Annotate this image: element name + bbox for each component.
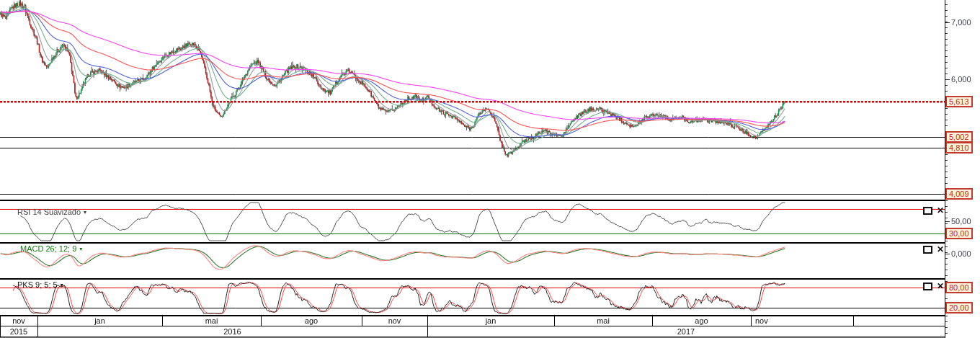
restore-icon[interactable] [923, 246, 932, 254]
dropdown-icon[interactable]: ▾ [61, 283, 63, 288]
year-cell: 2016 [37, 326, 427, 336]
rsi-title-label: RSI 14 Suavizado [17, 208, 81, 216]
chart-canvas[interactable] [0, 0, 980, 338]
restore-icon[interactable] [923, 283, 932, 290]
macd-window-controls: ✕ [923, 246, 944, 254]
price-tick-label: 6,000 [951, 75, 971, 84]
rsi-window-controls: ✕ [923, 207, 944, 215]
pks-title-label: PKS 9; 5; 5 [17, 281, 58, 289]
restore-icon[interactable] [923, 207, 932, 215]
price-marker-label[interactable]: 5,613 [945, 96, 973, 107]
month-cell: mai [162, 316, 261, 325]
dropdown-icon[interactable]: ▾ [79, 246, 82, 252]
rsi-indicator-title[interactable]: RSI 14 Suavizado ▾ [17, 208, 86, 216]
price-tick-label: 0,000 [951, 249, 971, 258]
pks-indicator-title[interactable]: PKS 9; 5; 5 ▾ [17, 281, 63, 289]
month-cell: nov [751, 316, 853, 325]
price-tick-label: 7,000 [951, 18, 971, 27]
month-cell: nov [362, 316, 427, 325]
price-marker-label[interactable]: 30,00 [945, 228, 973, 239]
month-cell: jan [427, 316, 554, 325]
price-tick-label: 50,00 [951, 217, 971, 226]
pks-window-controls: ✕ [923, 283, 944, 290]
price-marker-label[interactable]: 5,002 [945, 131, 973, 143]
close-icon[interactable]: ✕ [937, 207, 944, 215]
month-cell [853, 316, 945, 325]
price-marker-label[interactable]: 20,00 [945, 302, 973, 313]
price-marker-label[interactable]: 4,009 [945, 188, 973, 200]
year-cell: 2015 [0, 326, 37, 336]
dropdown-icon[interactable]: ▾ [84, 210, 86, 215]
month-cell: jan [37, 316, 162, 325]
macd-title-label: MACD 26; 12; 9 [20, 245, 76, 253]
macd-indicator-title[interactable]: MACD 26; 12; 9 ▾ [20, 245, 82, 253]
year-cell: 2017 [427, 326, 945, 336]
month-cell: mai [554, 316, 652, 325]
month-cell: ago [261, 316, 362, 325]
chart-window: RSI 14 Suavizado ▾ ✕ MACD 26; 12; 9 ▾ ✕ … [0, 0, 980, 338]
close-icon[interactable]: ✕ [937, 283, 944, 290]
price-marker-label[interactable]: 4,810 [945, 142, 973, 154]
month-cell: ago [652, 316, 751, 325]
price-marker-label[interactable]: 80,00 [945, 282, 973, 293]
close-icon[interactable]: ✕ [937, 246, 944, 254]
month-cell: nov [0, 316, 37, 325]
